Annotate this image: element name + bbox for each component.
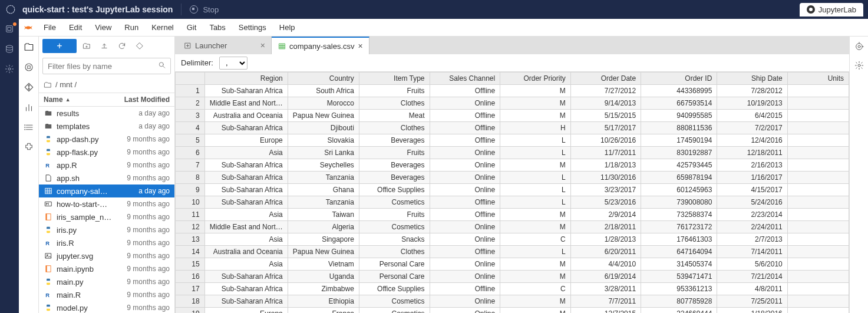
col-header[interactable]: Order ID — [641, 73, 717, 85]
delimiter-select[interactable]: , — [219, 57, 247, 70]
activity-extensions-icon[interactable] — [23, 141, 35, 153]
cell[interactable]: Online — [430, 147, 500, 159]
cell[interactable]: Beverages — [359, 134, 430, 147]
cell[interactable]: 2/16/2013 — [717, 159, 787, 172]
data-grid[interactable]: RegionCountryItem TypeSales ChannelOrder… — [175, 72, 849, 313]
file-item[interactable]: main.ipynb9 months ago — [39, 262, 174, 275]
table-row[interactable]: 11AsiaTaiwanFruitsOfflineM2/9/2014732588… — [176, 209, 849, 221]
file-item[interactable]: app.sh9 months ago — [39, 172, 174, 184]
cell[interactable]: Asia — [204, 147, 288, 159]
cell[interactable]: 539471471 — [641, 271, 717, 283]
cell[interactable]: 7/28/2012 — [717, 85, 787, 97]
cell[interactable]: M — [500, 258, 571, 271]
file-item[interactable]: iris_sample_n…9 months ago — [39, 210, 174, 223]
cell[interactable]: 5/24/2016 — [717, 196, 787, 209]
cell[interactable]: Personal Care — [359, 271, 430, 283]
cell[interactable]: 324669444 — [641, 308, 717, 314]
row-header[interactable]: 14 — [176, 246, 205, 258]
cell[interactable]: 12/18/2011 — [717, 147, 787, 159]
cell[interactable]: Online — [430, 258, 500, 271]
cell[interactable]: Australia and Oceania — [204, 246, 288, 258]
cell[interactable]: 830192887 — [641, 147, 717, 159]
row-header[interactable]: 10 — [176, 196, 205, 209]
cell[interactable]: 1/16/2017 — [717, 172, 787, 184]
row-header[interactable]: 19 — [176, 308, 205, 314]
row-header[interactable]: 11 — [176, 209, 205, 221]
menu-settings[interactable]: Settings — [233, 21, 272, 34]
cell[interactable]: Taiwan — [288, 209, 359, 221]
menu-run[interactable]: Run — [118, 21, 144, 34]
file-item[interactable]: app-flask.py9 months ago — [39, 146, 174, 159]
cell[interactable]: Ghana — [288, 184, 359, 196]
cell[interactable]: 807785928 — [641, 295, 717, 308]
cell[interactable]: Online — [430, 308, 500, 314]
cell[interactable] — [787, 172, 849, 184]
cell[interactable]: 12/4/2016 — [717, 134, 787, 147]
cell[interactable] — [787, 258, 849, 271]
close-icon[interactable]: × — [260, 41, 265, 50]
cell[interactable]: 176461303 — [641, 233, 717, 246]
cell[interactable]: 2/7/2013 — [717, 233, 787, 246]
cell[interactable]: 1/18/2013 — [570, 159, 641, 172]
cell[interactable]: Algeria — [288, 221, 359, 233]
cell[interactable]: 732588374 — [641, 209, 717, 221]
row-header[interactable]: 2 — [176, 97, 205, 110]
cell[interactable]: Snacks — [359, 233, 430, 246]
cell[interactable]: 7/7/2011 — [570, 295, 641, 308]
cell[interactable]: 1/28/2013 — [570, 233, 641, 246]
cell[interactable]: 443368995 — [641, 85, 717, 97]
cell[interactable]: M — [500, 85, 571, 97]
menu-help[interactable]: Help — [273, 21, 301, 34]
cell[interactable]: Sub-Saharan Africa — [204, 283, 288, 295]
cell[interactable]: Online — [430, 271, 500, 283]
cell[interactable]: Beverages — [359, 159, 430, 172]
cell[interactable]: M — [500, 221, 571, 233]
row-header[interactable]: 7 — [176, 159, 205, 172]
cell[interactable]: Djibouti — [288, 122, 359, 134]
table-row[interactable]: 7Sub-Saharan AfricaSeychellesBeveragesOn… — [176, 159, 849, 172]
upload-button[interactable] — [97, 39, 112, 53]
cell[interactable]: Offline — [430, 85, 500, 97]
table-row[interactable]: 15AsiaVietnamPersonal CareOnlineM4/4/201… — [176, 258, 849, 271]
cell[interactable] — [787, 246, 849, 258]
file-item[interactable]: Rapp.R9 months ago — [39, 159, 174, 172]
cell[interactable]: Australia and Oceania — [204, 110, 288, 122]
table-row[interactable]: 2Middle East and Nort…MoroccoClothesOnli… — [176, 97, 849, 110]
cell[interactable]: 4/8/2011 — [717, 283, 787, 295]
row-header[interactable]: 12 — [176, 221, 205, 233]
cell[interactable]: Offline — [430, 122, 500, 134]
cell[interactable]: Beverages — [359, 172, 430, 184]
cell[interactable]: 3/23/2017 — [570, 184, 641, 196]
menu-git[interactable]: Git — [181, 21, 203, 34]
cell[interactable]: Europe — [204, 134, 288, 147]
cell[interactable]: 880811536 — [641, 122, 717, 134]
cell[interactable]: Offline — [430, 209, 500, 221]
cell[interactable]: Cosmetics — [359, 308, 430, 314]
cell[interactable]: 425793445 — [641, 159, 717, 172]
file-item[interactable]: iris.py9 months ago — [39, 223, 174, 236]
cell[interactable]: 6/20/2011 — [570, 246, 641, 258]
cell[interactable]: 11/7/2011 — [570, 147, 641, 159]
cell[interactable]: 940995585 — [641, 110, 717, 122]
cell[interactable]: Seychelles — [288, 159, 359, 172]
cell[interactable]: 7/25/2011 — [717, 295, 787, 308]
cell[interactable]: Tanzania — [288, 196, 359, 209]
close-icon[interactable]: × — [358, 41, 363, 51]
cell[interactable]: 1/18/2016 — [717, 308, 787, 314]
cell[interactable]: Singapore — [288, 233, 359, 246]
file-item[interactable]: Riris.R9 months ago — [39, 236, 174, 249]
col-modified-header[interactable]: Last Modified — [117, 95, 170, 104]
cell[interactable]: M — [500, 110, 571, 122]
cell[interactable] — [787, 147, 849, 159]
cell[interactable] — [787, 209, 849, 221]
cell[interactable]: 12/7/2015 — [570, 308, 641, 314]
col-header[interactable]: Item Type — [359, 73, 430, 85]
new-folder-button[interactable] — [79, 39, 94, 53]
cell[interactable]: Sri Lanka — [288, 147, 359, 159]
cell[interactable] — [787, 184, 849, 196]
row-header[interactable]: 9 — [176, 184, 205, 196]
menu-view[interactable]: View — [89, 21, 117, 34]
workspace-tab[interactable]: JupyterLab — [800, 3, 863, 17]
cell[interactable]: 761723172 — [641, 221, 717, 233]
cell[interactable]: 10/19/2013 — [717, 97, 787, 110]
